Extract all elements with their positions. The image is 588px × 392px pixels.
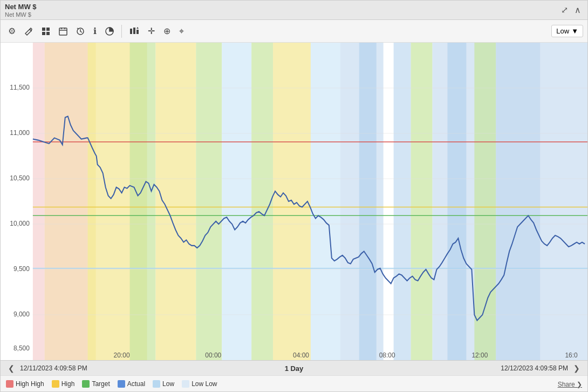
svg-rect-20 bbox=[196, 43, 222, 360]
interval-button[interactable] bbox=[126, 25, 142, 38]
svg-rect-32 bbox=[496, 43, 587, 360]
svg-rect-30 bbox=[447, 43, 466, 360]
target-label: Target bbox=[92, 380, 110, 388]
svg-rect-2 bbox=[42, 32, 45, 35]
collapse-button[interactable]: ∧ bbox=[572, 4, 583, 16]
left-date: 12/11/2023 4:09:58 PM bbox=[20, 364, 87, 372]
chart-svg: 11,500 11,000 10,500 10,000 9,500 9,000 … bbox=[1, 43, 587, 360]
main-window: Net MW $ Net MW $ ⤢ ∧ ⚙ bbox=[0, 0, 588, 392]
chart-area: 11,500 11,000 10,500 10,000 9,500 9,000 … bbox=[1, 43, 587, 360]
svg-rect-22 bbox=[251, 43, 273, 360]
svg-rect-12 bbox=[136, 30, 139, 34]
dropdown-chevron-icon: ▼ bbox=[571, 27, 578, 35]
svg-text:10,000: 10,000 bbox=[10, 220, 30, 227]
svg-text:04:00: 04:00 bbox=[293, 351, 309, 359]
high-high-label: High High bbox=[16, 380, 44, 388]
actual-label: Actual bbox=[127, 380, 145, 388]
bottom-right: 12/12/2023 4:09:58 PM ❯ bbox=[501, 364, 582, 373]
title-left: Net MW $ Net MW $ bbox=[5, 3, 37, 18]
svg-rect-21 bbox=[222, 43, 251, 360]
svg-rect-14 bbox=[33, 43, 45, 360]
svg-rect-0 bbox=[42, 28, 45, 31]
move-button[interactable]: ✛ bbox=[145, 24, 158, 38]
svg-rect-10 bbox=[130, 29, 132, 34]
view-dropdown[interactable]: Low ▼ bbox=[551, 25, 583, 37]
legend-actual: Actual bbox=[118, 380, 145, 388]
svg-rect-16 bbox=[45, 43, 88, 360]
legend-high: High bbox=[52, 380, 75, 388]
right-date: 12/12/2023 4:09:58 PM bbox=[501, 364, 568, 372]
legend-target: Target bbox=[82, 380, 110, 388]
legend-low: Low bbox=[153, 380, 174, 388]
svg-text:11,500: 11,500 bbox=[10, 84, 30, 91]
high-high-swatch bbox=[6, 380, 13, 388]
svg-rect-18 bbox=[130, 43, 156, 360]
svg-rect-31 bbox=[474, 43, 496, 360]
calendar-button[interactable] bbox=[56, 25, 71, 38]
svg-text:08:00: 08:00 bbox=[379, 351, 395, 359]
crosshair-button[interactable]: ⊕ bbox=[160, 24, 174, 38]
toolbar-separator-1 bbox=[121, 25, 122, 38]
actual-swatch bbox=[118, 380, 125, 388]
svg-text:10,500: 10,500 bbox=[10, 174, 30, 182]
bottom-left: ❮ 12/11/2023 4:09:58 PM bbox=[6, 364, 87, 373]
high-swatch bbox=[52, 380, 59, 388]
svg-rect-3 bbox=[46, 32, 50, 35]
svg-text:16:0: 16:0 bbox=[565, 351, 577, 359]
next-button[interactable]: ❯ bbox=[571, 364, 582, 373]
expand-button[interactable]: ⤢ bbox=[559, 4, 570, 16]
svg-rect-11 bbox=[133, 28, 135, 34]
settings-button[interactable]: ⚙ bbox=[5, 24, 19, 38]
chart-container: 11,500 11,000 10,500 10,000 9,500 9,000 … bbox=[1, 43, 587, 360]
low-label: Low bbox=[162, 380, 174, 388]
period-label: 1 Day bbox=[285, 364, 304, 373]
title-bar: Net MW $ Net MW $ ⤢ ∧ bbox=[1, 1, 587, 20]
toolbar-right: Low ▼ bbox=[551, 25, 583, 37]
svg-text:11,000: 11,000 bbox=[10, 129, 30, 137]
history-button[interactable] bbox=[73, 25, 88, 38]
pin-button[interactable]: ⌖ bbox=[176, 24, 187, 38]
target-swatch bbox=[82, 380, 90, 388]
svg-rect-28 bbox=[411, 43, 433, 360]
svg-marker-13 bbox=[136, 27, 139, 29]
svg-text:8,500: 8,500 bbox=[13, 344, 30, 352]
svg-rect-24 bbox=[311, 43, 340, 360]
prev-button[interactable]: ❮ bbox=[6, 364, 17, 373]
share-button[interactable]: Share ❯ bbox=[558, 381, 582, 388]
share-container: Share ❯ bbox=[558, 379, 582, 389]
window-title: Net MW $ bbox=[5, 3, 37, 11]
dropdown-value: Low bbox=[556, 27, 569, 35]
low-low-label: Low Low bbox=[192, 380, 217, 388]
svg-rect-1 bbox=[46, 28, 50, 31]
legend-low-low: Low Low bbox=[182, 380, 217, 388]
svg-text:00:00: 00:00 bbox=[205, 351, 221, 359]
period-container: 1 Day bbox=[285, 363, 304, 373]
info-button[interactable]: ℹ bbox=[90, 24, 100, 38]
svg-text:9,500: 9,500 bbox=[13, 265, 30, 273]
legend-bar: High High High Target Actual Low Low Low… bbox=[1, 375, 587, 391]
window-subtitle: Net MW $ bbox=[5, 11, 37, 18]
low-swatch bbox=[153, 380, 160, 388]
chart-type-button[interactable] bbox=[102, 25, 117, 38]
svg-rect-4 bbox=[59, 28, 67, 35]
svg-rect-26 bbox=[359, 43, 377, 360]
svg-rect-19 bbox=[155, 43, 196, 360]
svg-text:9,000: 9,000 bbox=[13, 310, 30, 318]
toolbar: ⚙ ℹ bbox=[1, 20, 587, 43]
high-label: High bbox=[61, 380, 75, 388]
table-button[interactable] bbox=[38, 25, 53, 38]
svg-text:20:00: 20:00 bbox=[114, 351, 130, 359]
title-right: ⤢ ∧ bbox=[559, 4, 583, 16]
legend-high-high: High High bbox=[6, 380, 44, 388]
low-low-swatch bbox=[182, 380, 189, 388]
svg-rect-27 bbox=[394, 43, 411, 360]
bottom-bar: ❮ 12/11/2023 4:09:58 PM 1 Day 12/12/2023… bbox=[1, 360, 587, 375]
svg-text:12:00: 12:00 bbox=[471, 351, 488, 359]
edit-button[interactable] bbox=[21, 25, 36, 38]
